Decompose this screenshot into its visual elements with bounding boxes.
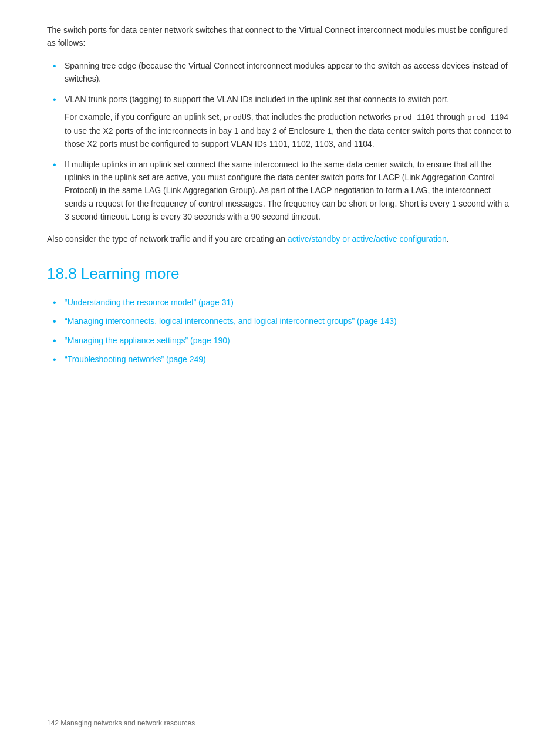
code-produs: prodUS — [224, 113, 251, 122]
learning-link-4[interactable]: “Troubleshooting networks” (page 249) — [65, 355, 206, 364]
learning-link-3[interactable]: “Managing the appliance settings” (page … — [65, 336, 230, 345]
active-standby-link[interactable]: active/standby or active/active configur… — [288, 234, 447, 244]
also-consider-prefix: Also consider the type of network traffi… — [47, 234, 288, 244]
learning-list-item: “Understanding the resource model” (page… — [47, 296, 513, 309]
also-consider-suffix: . — [447, 234, 449, 244]
also-consider-paragraph: Also consider the type of network traffi… — [47, 232, 513, 245]
bullet-text: Spanning tree edge (because the Virtual … — [65, 61, 508, 83]
learning-list-item: “Troubleshooting networks” (page 249) — [47, 353, 513, 366]
intro-paragraph: The switch ports for data center network… — [47, 23, 513, 50]
sub-paragraph: For example, if you configure an uplink … — [65, 110, 513, 151]
bullet-text-lag: If multiple uplinks in an uplink set con… — [65, 160, 509, 222]
page: The switch ports for data center network… — [0, 0, 560, 746]
list-item: Spanning tree edge (because the Virtual … — [47, 59, 513, 86]
bullet-text-vlan: VLAN trunk ports (tagging) to support th… — [65, 94, 449, 104]
learning-list-item: “Managing the appliance settings” (page … — [47, 334, 513, 347]
footer: 142 Managing networks and network resour… — [47, 718, 195, 728]
list-item: VLAN trunk ports (tagging) to support th… — [47, 93, 513, 151]
code-prod1101: prod 1101 — [393, 113, 434, 122]
code-prod1104: prod 1104 — [467, 113, 508, 122]
learning-link-1[interactable]: “Understanding the resource model” (page… — [65, 298, 234, 307]
list-item: If multiple uplinks in an uplink set con… — [47, 158, 513, 224]
learning-links-list: “Understanding the resource model” (page… — [47, 296, 513, 366]
learning-list-item: “Managing interconnects, logical interco… — [47, 315, 513, 328]
section-heading: 18.8 Learning more — [47, 262, 513, 285]
bullet-list: Spanning tree edge (because the Virtual … — [47, 59, 513, 224]
learning-link-2[interactable]: “Managing interconnects, logical interco… — [65, 316, 397, 326]
